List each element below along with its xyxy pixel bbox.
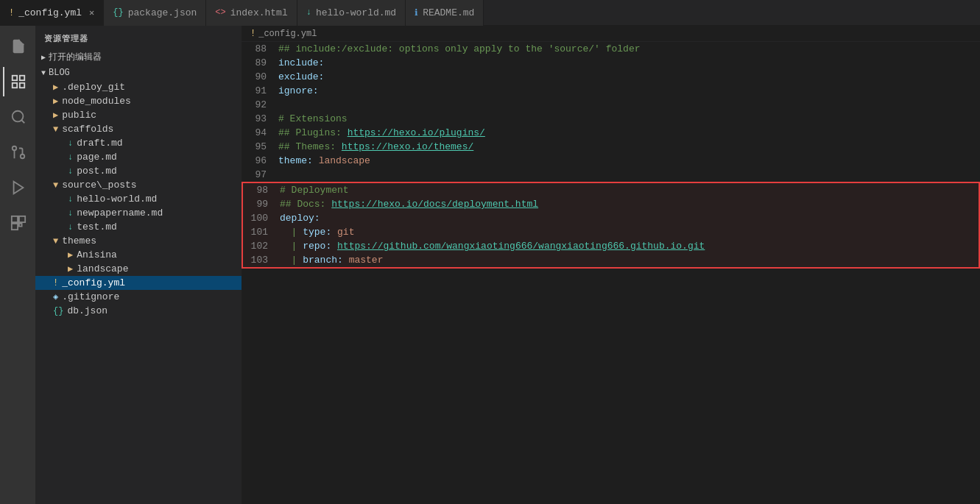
activity-icon-files[interactable] — [3, 32, 32, 61]
sidebar-open-editors[interactable]: ▶ 打开的编辑器 — [35, 49, 242, 65]
highlighted-deployment-section: 98 # Deployment 99 ## Docs: https://hexo… — [242, 182, 980, 269]
folder-open-icon-themes: ▼ — [53, 236, 58, 246]
tab-config-yml[interactable]: ! _config.yml ✕ — [0, 0, 104, 26]
line-content-96: theme: landscape — [278, 154, 980, 168]
md-icon-page: ↓ — [68, 152, 73, 163]
code-line-100: 100 deploy: — [243, 211, 979, 225]
md-icon-draft: ↓ — [68, 138, 73, 149]
tab-label-readme: README.md — [423, 7, 474, 18]
svg-point-4 — [13, 111, 24, 122]
line-num-95: 95 — [242, 140, 278, 154]
tree-item-page[interactable]: ↓ page.md — [35, 150, 242, 164]
editor-area: ! _config.yml 88 ## include:/exclude: op… — [242, 26, 980, 504]
svg-point-6 — [21, 155, 25, 159]
svg-rect-10 — [12, 216, 18, 222]
line-num-98: 98 — [243, 183, 280, 197]
svg-line-5 — [21, 120, 24, 123]
tree-item-draft[interactable]: ↓ draft.md — [35, 136, 242, 150]
svg-rect-1 — [20, 76, 24, 80]
tree-label-anisina: Anisina — [77, 249, 117, 260]
tree-item-node-modules[interactable]: ▶ node_modules — [35, 94, 242, 108]
tree-item-db-json[interactable]: {} db.json — [35, 304, 242, 318]
tree-label-source-posts: source\_posts — [62, 180, 136, 191]
line-num-103: 103 — [243, 253, 280, 267]
tree-label-gitignore: .gitignore — [62, 291, 119, 302]
open-editors-label: 打开的编辑器 — [49, 51, 102, 63]
tab-readme[interactable]: ℹ README.md — [406, 0, 484, 26]
code-line-92: 92 — [242, 98, 980, 112]
git-icon-gitignore: ◈ — [53, 291, 58, 302]
tab-bar: ! _config.yml ✕ {} package.json <> index… — [0, 0, 980, 26]
code-line-93: 93 # Extensions — [242, 112, 980, 126]
svg-rect-12 — [12, 224, 18, 230]
line-content-95: ## Themes: https://hexo.io/themes/ — [278, 140, 980, 154]
sidebar: 资源管理器 ▶ 打开的编辑器 ▼ BLOG ▶ .deploy_git ▶ no… — [35, 26, 242, 504]
activity-icon-explorer[interactable] — [3, 67, 32, 96]
tree-item-source-posts[interactable]: ▼ source\_posts — [35, 178, 242, 192]
svg-rect-11 — [19, 216, 25, 222]
tree-item-gitignore[interactable]: ◈ .gitignore — [35, 290, 242, 304]
project-chevron: ▼ — [41, 69, 46, 77]
yaml-icon-config: ! — [53, 278, 58, 288]
tab-package-json[interactable]: {} package.json — [104, 0, 206, 26]
code-line-88: 88 ## include:/exclude: options only app… — [242, 42, 980, 56]
tree-label-deploy-git: .deploy_git — [62, 82, 125, 93]
activity-icon-source-control[interactable] — [3, 138, 32, 167]
code-line-97: 97 — [242, 168, 980, 182]
tree-item-newpaper[interactable]: ↓ newpapername.md — [35, 206, 242, 220]
code-line-95: 95 ## Themes: https://hexo.io/themes/ — [242, 140, 980, 154]
line-num-97: 97 — [242, 168, 278, 182]
line-content-91: ignore: — [278, 84, 980, 98]
svg-rect-0 — [13, 76, 17, 80]
tree-item-config-yml[interactable]: ! _config.yml — [35, 276, 242, 290]
code-line-94: 94 ## Plugins: https://hexo.io/plugins/ — [242, 126, 980, 140]
activity-bar — [0, 26, 35, 504]
tree-item-scaffolds[interactable]: ▼ scaffolds — [35, 122, 242, 136]
sidebar-project-folder[interactable]: ▼ BLOG — [35, 65, 242, 80]
tree-label-public: public — [62, 110, 96, 121]
tree-item-landscape[interactable]: ▶ landscape — [35, 262, 242, 276]
tree-label-post: post.md — [77, 166, 117, 177]
md-icon-post: ↓ — [68, 166, 73, 177]
line-num-89: 89 — [242, 56, 278, 70]
tab-hello-world[interactable]: ↓ hello-world.md — [297, 0, 406, 26]
code-line-98: 98 # Deployment — [243, 183, 979, 197]
tree-item-themes[interactable]: ▼ themes — [35, 234, 242, 248]
code-line-101: 101 | type: git — [243, 225, 979, 239]
code-line-96: 96 theme: landscape — [242, 154, 980, 168]
tab-close-config-yml[interactable]: ✕ — [89, 7, 94, 18]
tree-item-public[interactable]: ▶ public — [35, 108, 242, 122]
tab-label-package-json: package.json — [128, 7, 197, 18]
tree-label-themes: themes — [62, 235, 96, 246]
line-num-99: 99 — [243, 197, 280, 211]
line-num-91: 91 — [242, 84, 278, 98]
tree-item-anisina[interactable]: ▶ Anisina — [35, 248, 242, 262]
activity-icon-run[interactable] — [3, 173, 32, 202]
code-line-90: 90 exclude: — [242, 70, 980, 84]
tree-item-hello-world[interactable]: ↓ hello-world.md — [35, 192, 242, 206]
code-line-91: 91 ignore: — [242, 84, 980, 98]
breadcrumb-text: _config.yml — [258, 29, 317, 39]
folder-collapsed-icon-landscape: ▶ — [68, 263, 73, 274]
breadcrumb-yaml-icon: ! — [250, 29, 255, 39]
line-content-101: | type: git — [280, 225, 979, 239]
svg-rect-3 — [20, 83, 24, 88]
code-editor[interactable]: 88 ## include:/exclude: options only app… — [242, 42, 980, 504]
line-num-100: 100 — [243, 211, 280, 225]
svg-marker-9 — [14, 182, 24, 194]
md-icon-test: ↓ — [68, 222, 73, 233]
tree-item-deploy-git[interactable]: ▶ .deploy_git — [35, 80, 242, 94]
tree-label-page: page.md — [77, 152, 117, 163]
activity-icon-search[interactable] — [3, 102, 32, 132]
tab-label-config-yml: _config.yml — [18, 7, 82, 18]
line-num-102: 102 — [243, 239, 280, 253]
md-icon-newpaper: ↓ — [68, 208, 73, 219]
activity-icon-extensions[interactable] — [3, 208, 32, 238]
readme-tab-icon: ℹ — [415, 7, 418, 18]
breadcrumb-bar: ! _config.yml — [242, 26, 980, 42]
tree-label-newpaper: newpapername.md — [77, 207, 163, 219]
tree-item-test[interactable]: ↓ test.md — [35, 220, 242, 234]
tree-item-post[interactable]: ↓ post.md — [35, 164, 242, 178]
tab-index-html[interactable]: <> index.html — [206, 0, 297, 26]
html-tab-icon: <> — [215, 7, 225, 18]
